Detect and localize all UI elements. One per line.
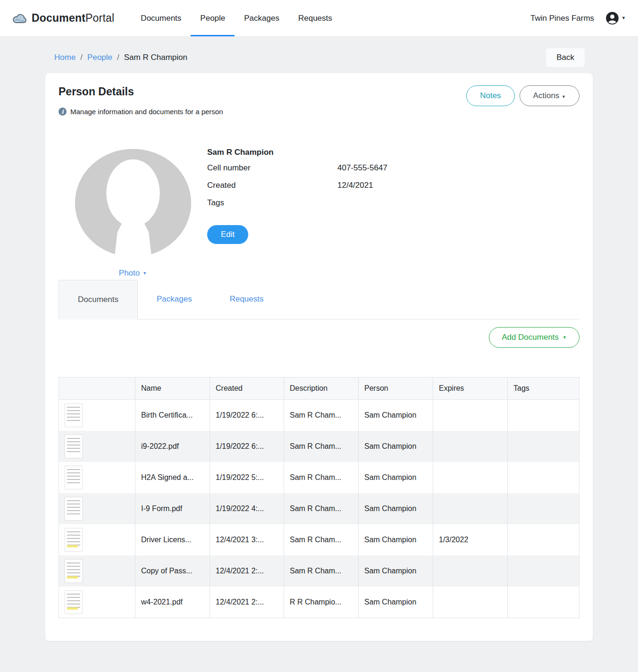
cell-description: Sam R Cham... [284,555,359,587]
cell-description: Sam R Cham... [284,493,359,524]
notes-button[interactable]: Notes [466,85,514,106]
photo-dropdown[interactable]: Photo ▼ [119,269,147,278]
cell-tags [508,493,579,524]
table-row[interactable]: I-9 Form.pdf1/19/2022 4:...Sam R Cham...… [59,493,579,524]
field-cell-number: Cell number 407-555-5647 [207,163,579,173]
person-details-card: Person Details i Manage information and … [45,73,593,641]
tab-requests[interactable]: Requests [211,280,283,319]
documents-table: Name Created Description Person Expires … [59,377,579,618]
table-row[interactable]: Copy of Pass...12/4/2021 2:...Sam R Cham… [59,555,579,587]
cell-expires [433,431,508,462]
document-thumbnail[interactable] [65,559,83,583]
cell-created: 1/19/2022 5:... [210,462,284,493]
cell-description: Sam R Cham... [284,431,359,462]
cell-expires: 1/3/2022 [433,524,508,555]
tab-packages[interactable]: Packages [138,280,211,319]
breadcrumb-current: Sam R Champion [124,53,187,62]
chevron-down-icon: ▼ [143,271,147,276]
cell-person: Sam Champion [359,493,433,524]
document-thumbnail[interactable] [65,497,83,521]
document-thumbnail-cell [59,462,135,493]
cell-name[interactable]: w4-2021.pdf [135,587,210,618]
table-row[interactable]: i9-2022.pdf1/19/2022 6:...Sam R Cham...S… [59,431,579,462]
column-description: Description [284,378,359,400]
column-thumbnail [59,378,135,400]
document-thumbnail[interactable] [65,466,83,489]
person-tabs: Documents Packages Requests [59,280,579,319]
cell-tags [508,587,579,618]
cell-person: Sam Champion [359,431,433,462]
cell-person: Sam Champion [359,400,433,431]
document-thumbnail[interactable] [65,403,83,427]
chevron-down-icon: ▼ [562,94,566,99]
brand-logo[interactable]: DocumentPortal [12,0,114,36]
document-thumbnail-cell [59,524,135,555]
column-tags: Tags [508,378,579,400]
back-button[interactable]: Back [546,48,585,67]
breadcrumb-people-link[interactable]: People [87,53,112,62]
avatar [69,148,197,258]
nav-item-requests[interactable]: Requests [289,0,342,36]
breadcrumb: Home / People / Sam R Champion [54,53,187,62]
cell-name[interactable]: Copy of Pass... [135,555,210,587]
cell-name[interactable]: H2A Signed a... [135,462,210,493]
organization-name: Twin Pines Farms [530,14,594,23]
cell-created: 1/19/2022 6:... [210,431,284,462]
cell-tags [508,555,579,587]
document-thumbnail[interactable] [65,435,83,458]
cell-expires [433,555,508,587]
cell-description: Sam R Cham... [284,462,359,493]
user-menu[interactable]: ▼ [605,11,626,25]
column-created: Created [210,378,284,400]
nav-item-people[interactable]: People [191,0,235,36]
column-name: Name [135,378,210,400]
document-thumbnail-cell [59,555,135,587]
cell-name[interactable]: Birth Certifica... [135,400,210,431]
page-subtitle: Manage information and documents for a p… [70,108,223,116]
breadcrumb-home-link[interactable]: Home [54,53,76,62]
table-row[interactable]: Birth Certifica...1/19/2022 6:...Sam R C… [59,400,579,431]
cell-tags [508,400,579,431]
actions-button[interactable]: Actions ▼ [520,85,579,106]
cell-created: 1/19/2022 4:... [210,493,284,524]
column-person: Person [359,378,433,400]
cell-person: Sam Champion [359,555,433,587]
cell-tags [508,462,579,493]
table-row[interactable]: H2A Signed a...1/19/2022 5:...Sam R Cham… [59,462,579,493]
document-thumbnail[interactable] [65,590,83,614]
cell-name[interactable]: I-9 Form.pdf [135,493,210,524]
cell-expires [433,400,508,431]
created-value: 12/4/2021 [337,181,373,190]
field-tags: Tags [207,198,579,208]
table-row[interactable]: Driver Licens...12/4/2021 3:...Sam R Cha… [59,524,579,555]
person-name: Sam R Champion [207,148,579,157]
main-nav: Documents People Packages Requests [131,0,341,36]
cell-tags [508,524,579,555]
cell-number-value: 407-555-5647 [337,163,387,173]
cell-name[interactable]: i9-2022.pdf [135,431,210,462]
edit-button[interactable]: Edit [207,225,248,244]
add-documents-button[interactable]: Add Documents ▼ [489,327,579,348]
document-thumbnail-cell [59,400,135,431]
cell-description: Sam R Cham... [284,524,359,555]
table-row[interactable]: w4-2021.pdf12/4/2021 2:...R R Champio...… [59,587,579,618]
cell-description: R R Champio... [284,587,359,618]
cell-description: Sam R Cham... [284,400,359,431]
cell-person: Sam Champion [359,587,433,618]
cell-person: Sam Champion [359,462,433,493]
nav-item-documents[interactable]: Documents [131,0,191,36]
cell-created: 12/4/2021 3:... [210,524,284,555]
nav-item-packages[interactable]: Packages [235,0,289,36]
column-expires: Expires [433,378,508,400]
info-icon: i [59,108,67,116]
table-header-row: Name Created Description Person Expires … [59,378,579,400]
document-thumbnail-cell [59,587,135,618]
person-circle-icon [605,11,619,25]
cell-name[interactable]: Driver Licens... [135,524,210,555]
chevron-down-icon: ▼ [621,16,626,20]
chevron-down-icon: ▼ [562,336,567,340]
cell-expires [433,587,508,618]
field-created: Created 12/4/2021 [207,181,579,190]
tab-documents[interactable]: Documents [59,280,138,319]
document-thumbnail[interactable] [65,528,83,552]
